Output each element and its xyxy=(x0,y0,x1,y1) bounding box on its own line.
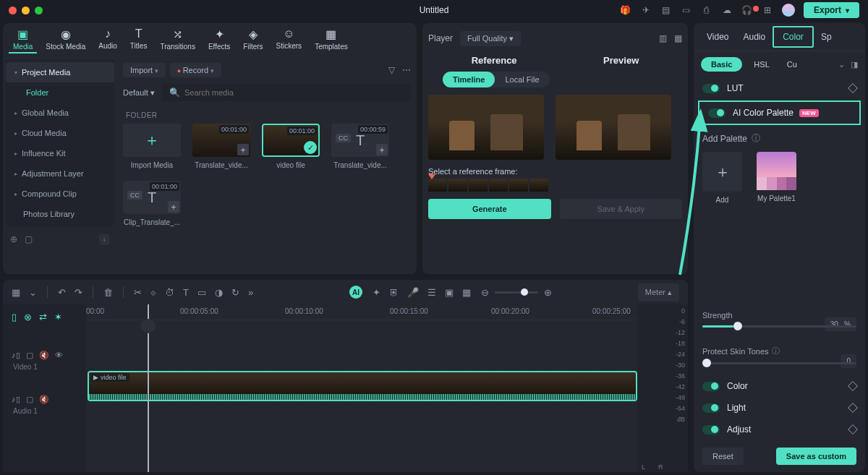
sidebar-project-media[interactable]: ▾Project Media xyxy=(6,62,114,82)
color-section[interactable]: Color xyxy=(694,375,865,397)
tab-color[interactable]: Color xyxy=(773,26,814,48)
chevron-down-icon[interactable]: ⌄ xyxy=(838,60,845,69)
strength-track[interactable] xyxy=(702,325,856,328)
sort-dropdown[interactable]: Default ▾ xyxy=(123,88,155,98)
tab-titles[interactable]: TTitles xyxy=(126,26,152,54)
compare-icon[interactable]: ◨ xyxy=(851,60,858,69)
save-apply-button[interactable]: Save & Apply xyxy=(560,199,683,219)
sidebar-cloud-media[interactable]: ▸Cloud Media xyxy=(6,123,114,143)
speed-icon[interactable]: ⏱ xyxy=(165,287,174,298)
frame-marker-icon[interactable] xyxy=(428,174,435,179)
media-thumb[interactable]: TCC00:01:00＋ Clip_Translate_... xyxy=(123,181,181,226)
keyframe-icon[interactable] xyxy=(848,403,858,413)
slider-knob[interactable] xyxy=(702,359,711,367)
light-toggle[interactable] xyxy=(702,403,720,413)
cloud-icon[interactable]: ☁ xyxy=(721,4,733,16)
headphones-icon[interactable]: 🎧 xyxy=(741,4,753,16)
send-icon[interactable]: ✈ xyxy=(640,4,652,16)
add-icon[interactable]: ＋ xyxy=(168,201,179,213)
color-toggle[interactable] xyxy=(702,382,720,391)
search-media[interactable]: 🔍 xyxy=(162,84,411,101)
mic-icon[interactable]: 🎤 xyxy=(407,287,419,298)
protect-value[interactable]: 0 xyxy=(841,354,856,368)
chevron-down-icon[interactable]: ⌄ xyxy=(29,287,37,298)
maximize-window[interactable] xyxy=(35,7,43,14)
lut-row[interactable]: LUT xyxy=(694,77,865,99)
shape-icon[interactable]: ▭ xyxy=(197,287,206,298)
strength-value[interactable]: 30 % xyxy=(825,317,856,331)
rotate-icon[interactable]: ↻ xyxy=(231,287,239,298)
sidebar-global-media[interactable]: ▸Global Media xyxy=(6,103,114,123)
more-icon[interactable]: » xyxy=(248,287,253,298)
tab-speed[interactable]: Sp xyxy=(814,26,839,48)
save-as-custom-button[interactable]: Save as custom xyxy=(776,448,856,465)
undo-icon[interactable]: ↶ xyxy=(58,287,66,298)
generate-button[interactable]: Generate xyxy=(428,199,551,219)
eye-icon[interactable]: 👁 xyxy=(55,351,63,359)
zoom-slider[interactable] xyxy=(495,291,538,294)
sidebar-folder[interactable]: Folder xyxy=(6,82,114,103)
lut-toggle[interactable] xyxy=(702,84,720,93)
more-icon[interactable]: ⋯ xyxy=(402,65,411,75)
tab-transitions[interactable]: ⤮Transitions xyxy=(156,26,200,54)
layout-icon[interactable]: ▦ xyxy=(674,33,682,43)
palette-thumb[interactable]: My Palette1 xyxy=(757,152,796,204)
reference-frame-strip[interactable] xyxy=(428,179,682,192)
ai-palette-toggle[interactable] xyxy=(708,108,726,118)
user-avatar[interactable] xyxy=(782,4,795,17)
new-folder-icon[interactable]: ⊕ xyxy=(10,234,17,245)
tab-effects[interactable]: ✦Effects xyxy=(204,26,234,54)
zoom-in-icon[interactable]: ⊕ xyxy=(544,287,552,298)
media-thumb[interactable]: TCC00:00:59＋ Translate_vide... xyxy=(331,124,389,169)
image-icon[interactable]: ▣ xyxy=(445,287,454,298)
enhance-icon[interactable]: ✦ xyxy=(373,287,380,298)
playhead[interactable] xyxy=(148,304,149,472)
shield-icon[interactable]: ⛨ xyxy=(389,287,399,298)
tab-media[interactable]: ▣Media xyxy=(9,26,37,54)
adjust-toggle[interactable] xyxy=(702,425,720,435)
sidebar-compound-clip[interactable]: ▸Compound Clip xyxy=(6,184,114,204)
mute-icon[interactable]: 🔇 xyxy=(39,351,49,360)
snap-icon[interactable]: ⇄ xyxy=(39,312,47,322)
collapse-sidebar[interactable]: ‹ xyxy=(99,234,110,245)
close-window[interactable] xyxy=(9,7,17,14)
reset-button[interactable]: Reset xyxy=(702,448,744,465)
save-icon[interactable]: ⎙ xyxy=(701,4,712,16)
sidebar-influence-kit[interactable]: ▸Influence Kit xyxy=(6,143,114,163)
slider-knob[interactable] xyxy=(733,322,742,330)
compare-icon[interactable]: ▥ xyxy=(659,33,667,43)
list-icon[interactable]: ☰ xyxy=(427,287,436,298)
layout-icon[interactable]: ▦ xyxy=(12,287,20,298)
screen-icon[interactable]: ▭ xyxy=(681,4,692,16)
media-thumb[interactable]: 00:01:00＋ Translate_vide... xyxy=(192,124,250,169)
delete-icon[interactable]: 🗑 xyxy=(103,287,113,298)
seg-timeline[interactable]: Timeline xyxy=(443,72,495,87)
import-media-tile[interactable]: ＋ Import Media xyxy=(123,124,181,169)
keyframe-icon[interactable] xyxy=(848,424,858,435)
mute-icon[interactable]: 🔇 xyxy=(39,395,49,404)
text-icon[interactable]: T xyxy=(183,287,189,298)
seg-local-file[interactable]: Local File xyxy=(495,72,549,87)
info-icon[interactable]: ⓘ xyxy=(752,132,760,145)
crop-icon[interactable]: ⟐ xyxy=(150,287,156,298)
quality-dropdown[interactable]: Full Quality ▾ xyxy=(460,31,521,46)
grid2-icon[interactable]: ▦ xyxy=(462,287,471,298)
media-thumb-selected[interactable]: 00:01:00✓ video file xyxy=(262,124,320,169)
ai-color-palette-row[interactable]: AI Color Palette NEW xyxy=(698,100,861,125)
add-icon[interactable]: ＋ xyxy=(376,144,388,155)
subtab-basic[interactable]: Basic xyxy=(701,57,742,72)
video-track-head[interactable]: ♪▯ ▢ 🔇 👁 xyxy=(6,347,83,363)
keyframe-icon[interactable] xyxy=(848,381,858,391)
zoom-out-icon[interactable]: ⊖ xyxy=(481,287,489,298)
add-icon[interactable]: ＋ xyxy=(237,144,249,155)
video-clip[interactable]: ▶video file xyxy=(88,371,637,401)
protect-track[interactable] xyxy=(702,362,856,364)
tab-stickers[interactable]: ☺Stickers xyxy=(272,26,307,54)
sidebar-adjustment-layer[interactable]: ▸Adjustment Layer xyxy=(6,163,114,184)
light-section[interactable]: Light xyxy=(694,397,865,419)
marker-icon[interactable]: ✶ xyxy=(54,312,62,322)
filter-icon[interactable]: ▽ xyxy=(388,65,395,75)
redo-icon[interactable]: ↷ xyxy=(75,287,82,298)
timeline-area[interactable]: 00:00 00:00:05:00 00:00:10:00 00:00:15:0… xyxy=(86,304,637,472)
meter-dropdown[interactable]: Meter ▴ xyxy=(638,283,679,301)
